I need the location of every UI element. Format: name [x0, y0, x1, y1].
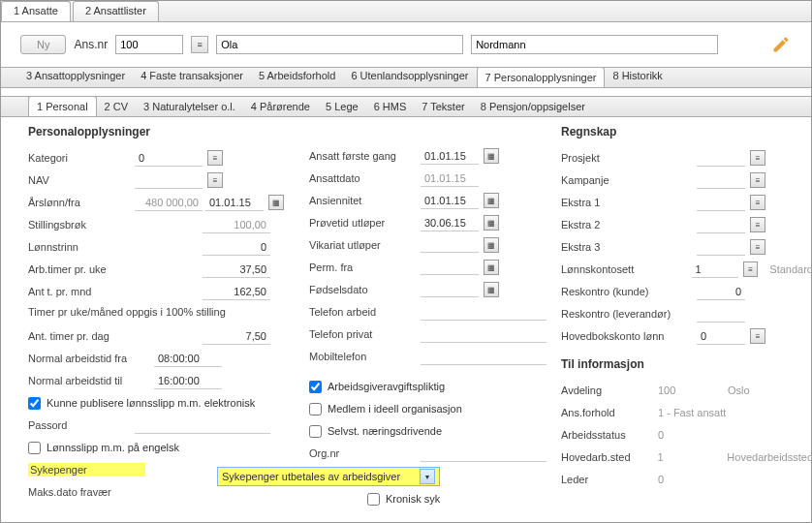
mobil-label: Mobiltelefon — [309, 351, 421, 362]
column-mid: Ansatt første gang01.01.15▦ Ansattdato01… — [309, 125, 561, 511]
ansatt1-value[interactable]: 01.01.15 — [421, 148, 479, 165]
avdeling-status: Oslo — [728, 385, 750, 396]
new-button[interactable]: Ny — [20, 35, 66, 54]
tlfarb-value[interactable] — [421, 303, 547, 321]
reskunde-value[interactable]: 0 — [697, 284, 745, 300]
arbtimer-label: Arb.timer pr. uke — [28, 263, 135, 275]
avgift-checkbox[interactable] — [309, 381, 322, 393]
avgift-label: Arbeidsgiveravgiftspliktig — [328, 381, 445, 392]
mobil-value[interactable] — [421, 348, 547, 365]
tab-pensjon[interactable]: 8 Pensjon/oppsigelser — [473, 97, 593, 116]
lonnstrinn-value[interactable]: 0 — [203, 239, 270, 256]
ansien-value[interactable]: 01.01.15 — [421, 193, 479, 209]
selvst-checkbox[interactable] — [309, 425, 322, 438]
firstname-input[interactable] — [216, 35, 463, 54]
kronisk-checkbox[interactable] — [367, 493, 380, 506]
tab-faste[interactable]: 4 Faste transaksjoner — [133, 66, 251, 87]
arbtimer-value[interactable]: 37,50 — [203, 262, 270, 278]
nav-value[interactable] — [135, 171, 203, 189]
stillingsbrok-value[interactable]: 100,00 — [203, 217, 270, 233]
tab-natural[interactable]: 3 Naturalytelser o.l. — [136, 97, 243, 116]
antt-value[interactable]: 162,50 — [203, 284, 270, 300]
tab-ansatte[interactable]: 1 Ansatte — [1, 1, 71, 21]
ansforhold-value: 1 - Fast ansatt — [658, 407, 726, 418]
arbstatus-value: 0 — [658, 429, 664, 441]
arslonn-date[interactable]: 01.01.15 — [205, 195, 264, 211]
list-icon[interactable]: ≡ — [750, 328, 765, 344]
fodsel-value[interactable] — [421, 282, 479, 297]
engelsk-label: Lønnsslipp m.m. på engelsk — [47, 442, 179, 453]
tab-personal[interactable]: 1 Personal — [28, 96, 97, 116]
calendar-icon[interactable]: ▦ — [484, 193, 499, 208]
ansnr-input[interactable] — [115, 35, 183, 54]
list-icon[interactable]: ≡ — [207, 150, 223, 166]
sykepenger-dropdown[interactable]: Sykepenger utbetales av arbeidsgiver ▾ — [217, 467, 440, 486]
list-icon[interactable]: ≡ — [750, 195, 765, 210]
engelsk-checkbox[interactable] — [28, 442, 41, 454]
tab-arbeidsforhold[interactable]: 5 Arbeidsforhold — [251, 66, 344, 87]
kategori-value[interactable]: 0 — [135, 150, 203, 167]
prosjekt-value[interactable] — [697, 149, 745, 167]
section-regnskap-title: Regnskap — [561, 125, 812, 138]
list-icon[interactable]: ≡ — [750, 150, 765, 166]
list-icon[interactable]: ≡ — [191, 36, 208, 53]
chevron-down-icon: ▾ — [420, 469, 435, 484]
ansattdato-value[interactable]: 01.01.15 — [421, 170, 479, 187]
tab-ansattoppl[interactable]: 3 Ansattopplysninger — [18, 66, 133, 87]
vikariat-value[interactable] — [421, 237, 479, 253]
pencil-icon[interactable] — [770, 34, 792, 55]
tab-lege[interactable]: 5 Lege — [318, 97, 366, 116]
calendar-icon[interactable]: ▦ — [268, 195, 284, 210]
tab-parorende[interactable]: 4 Pårørende — [243, 97, 318, 116]
calendar-icon[interactable]: ▦ — [484, 237, 499, 253]
tlfpriv-value[interactable] — [421, 325, 547, 343]
arbtil-label: Normal arbeidstid til — [28, 375, 154, 386]
calendar-icon[interactable]: ▦ — [484, 282, 499, 297]
tab-tekster[interactable]: 7 Tekster — [414, 97, 472, 116]
passord-value[interactable] — [135, 416, 270, 434]
tab-personaloppl[interactable]: 7 Personalopplysninger — [477, 67, 606, 87]
arbtil-value[interactable]: 16:00:00 — [154, 373, 222, 389]
ideell-checkbox[interactable] — [309, 403, 322, 415]
ekstra2-value[interactable] — [697, 216, 745, 233]
tab-hms[interactable]: 6 HMS — [366, 97, 415, 116]
ekstra1-value[interactable] — [697, 194, 745, 211]
kampanje-value[interactable] — [697, 171, 745, 189]
arslonn-value[interactable]: 480 000,00 — [135, 195, 203, 211]
hovedbok-value[interactable]: 0 — [697, 328, 745, 345]
calendar-icon[interactable]: ▦ — [484, 215, 499, 231]
calendar-icon[interactable]: ▦ — [484, 260, 499, 275]
calendar-icon[interactable]: ▦ — [484, 148, 499, 164]
ekstra2-label: Ekstra 2 — [561, 219, 697, 231]
reslever-value[interactable] — [697, 305, 745, 323]
tab-historikk[interactable]: 8 Historikk — [605, 66, 670, 87]
vikariat-label: Vikariat utløper — [309, 239, 421, 251]
list-icon[interactable]: ≡ — [207, 172, 223, 188]
provetid-value[interactable]: 30.06.15 — [421, 215, 479, 231]
list-icon[interactable]: ≡ — [750, 239, 765, 255]
kampanje-label: Kampanje — [561, 174, 697, 186]
anttimerdag-value[interactable]: 7,50 — [203, 328, 270, 345]
orgnr-value[interactable] — [421, 445, 547, 462]
list-icon[interactable]: ≡ — [743, 262, 758, 277]
leder-label: Leder — [561, 474, 658, 485]
lonnskonto-value[interactable]: 1 — [692, 262, 738, 278]
tab-ansattlister[interactable]: 2 Ansattlister — [73, 1, 159, 21]
tab-cv[interactable]: 2 CV — [97, 97, 136, 116]
subtabs-row2: 1 Personal 2 CV 3 Naturalytelser o.l. 4 … — [1, 96, 811, 117]
ekstra3-value[interactable] — [697, 238, 745, 256]
permfra-value[interactable] — [421, 260, 479, 275]
tab-utenlands[interactable]: 6 Utenlandsopplysninger — [343, 66, 476, 87]
maksdato-label: Maks.dato fravær — [28, 486, 135, 498]
list-icon[interactable]: ≡ — [750, 217, 765, 232]
list-icon[interactable]: ≡ — [750, 172, 765, 188]
column-right: Regnskap Prosjekt≡ Kampanje≡ Ekstra 1≡ E… — [561, 125, 812, 511]
publisere-checkbox[interactable] — [28, 397, 41, 410]
ideell-label: Medlem i ideell organisasjon — [328, 403, 462, 415]
arbfra-label: Normal arbeidstid fra — [28, 353, 154, 364]
kategori-label: Kategori — [28, 152, 135, 164]
lastname-input[interactable] — [471, 35, 718, 54]
lonnskonto-label: Lønnskontosett — [561, 263, 692, 275]
section-tilinfo-title: Til informasjon — [561, 357, 812, 371]
arbfra-value[interactable]: 08:00:00 — [154, 351, 222, 367]
